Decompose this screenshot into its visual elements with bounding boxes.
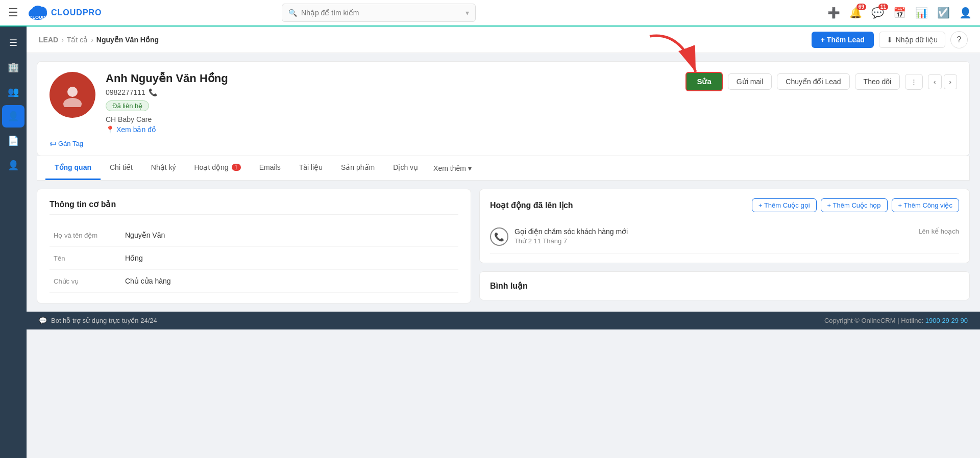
next-button[interactable]: › (944, 74, 957, 89)
topnav: ☰ CLOUDPRO CLOUDPRO 🔍 ▾ ➕ 🔔 69 💬 11 📅 📊 … (0, 0, 980, 27)
add-meeting-button[interactable]: + Thêm Cuộc họp (821, 198, 888, 212)
search-bar: 🔍 ▾ (282, 4, 476, 22)
edit-button-container: Sửa (685, 72, 722, 91)
activity-header: Hoạt động đã lên lịch + Thêm Cuộc gọi + … (490, 198, 959, 212)
tab-documents[interactable]: Tài liệu (290, 156, 332, 180)
cloud-logo-icon: CLOUDPRO (27, 4, 49, 22)
sidebar-item-menu[interactable]: ☰ (2, 32, 24, 54)
search-input[interactable] (301, 9, 461, 17)
import-button[interactable]: ⬇ Nhập dữ liệu (879, 32, 945, 48)
activity-item: 📞 Gọi điện chăm sóc khách hàng mới Thứ 2… (490, 220, 959, 253)
breadcrumb-sep2: › (91, 36, 93, 44)
calendar-icon[interactable]: 📅 (893, 7, 906, 19)
breadcrumb-sep1: › (61, 36, 64, 44)
profile-info: Anh Nguyễn Văn Hồng 0982277111 📞 Đã liên… (106, 72, 675, 134)
convert-lead-button[interactable]: Chuyển đổi Lead (777, 73, 849, 90)
svg-point-5 (67, 87, 78, 97)
add-task-button[interactable]: + Thêm Công việc (892, 198, 959, 212)
status-badge: Đã liên hệ (106, 100, 149, 111)
sidebar-item-contacts[interactable]: 👥 (2, 81, 24, 103)
field-label-position: Chức vụ (50, 270, 121, 293)
prev-button[interactable]: ‹ (928, 74, 941, 89)
message-badge: 11 (878, 4, 888, 10)
profile-actions: Sửa Gửi mail Chuy (685, 72, 957, 91)
tab-products[interactable]: Sản phẩm (332, 156, 384, 180)
user-icon[interactable]: 👤 (959, 7, 972, 19)
profile-card: Anh Nguyễn Văn Hồng 0982277111 📞 Đã liên… (37, 61, 970, 156)
tab-services[interactable]: Dịch vụ (384, 156, 427, 180)
call-icon: 📞 (490, 227, 508, 246)
send-mail-button[interactable]: Gửi mail (728, 73, 772, 90)
basic-info-panel: Thông tin cơ bản Họ và tên đệm Nguyễn Vă… (37, 189, 471, 303)
more-options-button[interactable]: ⋮ (905, 74, 923, 90)
tag-link[interactable]: 🏷 Gán Tag (50, 140, 957, 147)
add-call-button[interactable]: + Thêm Cuộc gọi (752, 198, 817, 212)
field-label-firstname: Họ và tên đệm (50, 224, 121, 247)
follow-button[interactable]: Theo dõi (855, 73, 900, 90)
profile-map[interactable]: 📍 Xem bản đồ (106, 125, 675, 134)
activity-status: Lên kế hoạch (918, 227, 959, 235)
right-panel: Hoạt động đã lên lịch + Thêm Cuộc gọi + … (479, 189, 970, 303)
main-content: LEAD › Tất cả › Nguyễn Văn Hồng + Thêm L… (27, 27, 980, 458)
breadcrumb-current: Nguyễn Văn Hồng (96, 36, 159, 44)
logo-text: CLOUDPRO (51, 8, 102, 17)
hotline-link[interactable]: 1900 29 29 90 (925, 317, 968, 324)
profile-header: Anh Nguyễn Văn Hồng 0982277111 📞 Đã liên… (50, 72, 957, 134)
tab-details[interactable]: Chi tiết (101, 156, 142, 180)
breadcrumb-root[interactable]: LEAD (39, 36, 58, 44)
chart-icon[interactable]: 📊 (915, 7, 928, 19)
tag-icon: 🏷 (50, 140, 56, 147)
table-row: Họ và tên đệm Nguyễn Văn (50, 224, 458, 247)
breadcrumb: LEAD › Tất cả › Nguyễn Văn Hồng (39, 36, 159, 44)
activity-card: Hoạt động đã lên lịch + Thêm Cuộc gọi + … (479, 189, 970, 263)
sidebar-item-documents[interactable]: 📄 (2, 130, 24, 152)
activity-actions: + Thêm Cuộc gọi + Thêm Cuộc họp + Thêm C… (752, 198, 959, 212)
sidebar-item-building[interactable]: 🏢 (2, 56, 24, 79)
add-icon[interactable]: ➕ (827, 7, 840, 19)
footer-chat[interactable]: 💬 Bot hỗ trợ sử dụng trực tuyến 24/24 (39, 317, 157, 324)
footer: 💬 Bot hỗ trợ sử dụng trực tuyến 24/24 Co… (27, 312, 980, 329)
breadcrumb-bar: LEAD › Tất cả › Nguyễn Văn Hồng + Thêm L… (27, 27, 980, 53)
message-icon[interactable]: 💬 11 (871, 7, 884, 19)
map-icon: 📍 (106, 125, 114, 134)
tab-emails[interactable]: Emails (250, 156, 290, 180)
activity-text: Gọi điện chăm sóc khách hàng mới Thứ 2 1… (514, 227, 628, 245)
avatar (50, 72, 95, 118)
dropdown-icon[interactable]: ▾ (465, 9, 469, 17)
tab-more[interactable]: Xem thêm ▾ (427, 157, 478, 180)
breadcrumb-middle[interactable]: Tất cả (67, 36, 88, 44)
profile-company: CH Baby Care (106, 115, 675, 123)
search-icon: 🔍 (288, 9, 297, 17)
tab-overview[interactable]: Tổng quan (45, 156, 101, 180)
add-lead-button[interactable]: + Thêm Lead (812, 32, 874, 48)
comment-title: Bình luận (490, 281, 959, 291)
content-area: Thông tin cơ bản Họ và tên đệm Nguyễn Vă… (37, 189, 970, 303)
topnav-right: ➕ 🔔 69 💬 11 📅 📊 ☑️ 👤 (827, 7, 972, 19)
footer-chat-text: Bot hỗ trợ sử dụng trực tuyến 24/24 (51, 317, 157, 324)
profile-name: Anh Nguyễn Văn Hồng (106, 72, 675, 85)
tab-activities[interactable]: Hoạt động 1 (185, 156, 250, 180)
sidebar-item-profile[interactable]: 👤 (2, 154, 24, 176)
task-icon[interactable]: ☑️ (937, 7, 950, 19)
sidebar-item-leads[interactable]: 👤 (2, 105, 24, 128)
table-row: Chức vụ Chủ cửa hàng (50, 270, 458, 293)
field-label-lastname: Tên (50, 247, 121, 270)
edit-button[interactable]: Sửa (685, 72, 722, 91)
field-value-firstname: Nguyễn Văn (121, 224, 458, 247)
table-row: Tên Hồng (50, 247, 458, 270)
notification-icon[interactable]: 🔔 69 (849, 7, 862, 19)
activity-item-title: Gọi điện chăm sóc khách hàng mới (514, 227, 628, 236)
field-value-lastname: Hồng (121, 247, 458, 270)
notification-badge: 69 (856, 4, 866, 10)
breadcrumb-actions: + Thêm Lead ⬇ Nhập dữ liệu ? (812, 31, 968, 48)
sidebar: ☰ 🏢 👥 👤 📄 👤 (0, 27, 27, 458)
help-button[interactable]: ? (950, 31, 968, 48)
activity-title: Hoạt động đã lên lịch (490, 200, 573, 210)
tabs-bar: Tổng quan Chi tiết Nhật ký Hoạt động 1 E… (37, 156, 970, 181)
tab-log[interactable]: Nhật ký (142, 156, 185, 180)
svg-point-3 (32, 6, 44, 16)
logo: CLOUDPRO CLOUDPRO (27, 4, 102, 22)
phone-icon: 📞 (149, 88, 157, 96)
basic-info-title: Thông tin cơ bản (50, 199, 458, 215)
menu-icon[interactable]: ☰ (8, 6, 18, 19)
